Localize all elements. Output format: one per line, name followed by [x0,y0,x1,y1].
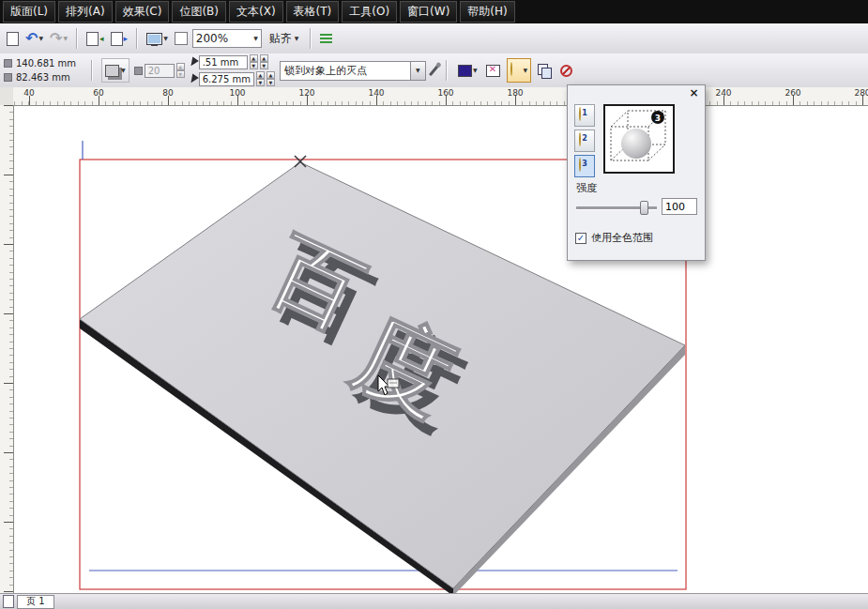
extrusion-type-caret[interactable]: ▼ [121,68,126,73]
x-position-icon [4,59,12,68]
menu-text[interactable]: 文本(X) [229,1,283,23]
view-mode-caret[interactable]: ▼ [163,36,168,41]
drawing-svg: 百 百 度 度 [13,105,868,594]
menu-tools[interactable]: 工具(O) [342,1,397,23]
vanishing-point-mode-dropbutton[interactable]: ▼ [410,62,425,80]
full-color-range-checkbox[interactable]: ✓ [575,233,586,244]
view-mode-button[interactable]: ▼ [145,27,170,50]
menu-help[interactable]: 帮助(H) [460,1,514,23]
light-preview-svg: 3 [605,106,673,172]
import-button[interactable]: ◂ [84,27,106,50]
dynamic-guides-button[interactable] [318,27,334,50]
light-1-button[interactable]: 1 [574,104,595,127]
copy-vp-button[interactable] [431,59,437,82]
toolbar-separator [136,28,138,49]
menu-layout[interactable]: 版面(L) [3,1,55,23]
vertical-ruler[interactable] [0,105,14,594]
lightbulb-icon [510,63,522,78]
snap-caret[interactable]: ▼ [295,36,299,41]
vp-x-spin-up[interactable]: ▲ [250,54,258,62]
ruler-label: 100 [229,88,245,98]
menu-arrange[interactable]: 排列(A) [58,1,113,23]
options-button[interactable] [173,27,190,50]
bevel-button[interactable] [484,59,502,82]
import-icon [86,32,99,46]
ruler-label: 140 [368,88,384,98]
vp-y-row: 6.275 mm ▲ ▼ ▲ ▼ [190,71,275,86]
redo-button[interactable]: ↷ ▼ [48,27,69,50]
panel-close-button[interactable]: × [688,87,700,99]
intensity-input[interactable] [662,198,697,215]
undo-icon: ↶ [25,31,38,46]
extrude-fill-button[interactable]: ▼ [456,59,480,82]
horizontal-ruler[interactable]: 406080100120140160180200220240260280 [13,87,868,106]
depth-icon [134,67,143,75]
vp-x-spin-down2[interactable]: ▼ [260,62,268,69]
ruler-label: 40 [23,88,34,98]
vp-y-icon [188,73,199,84]
ruler-label: 80 [162,88,173,98]
ruler-label: 280 [854,88,868,98]
export-button[interactable]: ▸ [109,27,130,50]
fill-color-caret[interactable]: ▼ [473,68,478,73]
light-3-button[interactable]: 3 [574,155,595,177]
depth-field[interactable]: 20 [145,64,175,78]
vp-y-spin-up[interactable]: ▲ [256,71,265,79]
vp-y-field[interactable]: 6.275 mm [199,72,254,86]
page-tab[interactable]: 页 1 [17,595,54,609]
ruler-label: 60 [93,88,103,98]
extrude-lighting-button[interactable]: ▼ [507,58,532,83]
snap-dropdown[interactable]: 贴齐 ▼ [265,29,304,49]
undo-dropdown-caret[interactable]: ▼ [38,36,43,41]
menu-window[interactable]: 窗口(W) [400,1,457,23]
object-x-value[interactable]: 140.681 mm [16,58,76,69]
snap-label: 贴齐 [269,31,292,47]
vanishing-point-coords: .51 mm ▲ ▼ ▲ ▼ 6.275 mm ▲ ▼ ▲ [190,54,275,86]
lighting-caret[interactable]: ▼ [524,68,528,73]
light-position-preview[interactable]: 3 [603,104,675,174]
depth-spin-down: ▼ [176,70,185,78]
menu-table[interactable]: 表格(T) [286,1,340,23]
full-color-range-label: 使用全色范围 [591,231,653,245]
ruler-origin-corner[interactable] [0,87,14,106]
vp-x-spin-down[interactable]: ▼ [250,62,258,69]
toolbar-separator [310,28,312,49]
vp-y-spin-down[interactable]: ▼ [256,79,265,86]
vp-x-field[interactable]: .51 mm [199,55,248,69]
monitor-icon [146,33,162,45]
new-document-button[interactable] [5,27,21,50]
y-position-icon [4,73,12,82]
depth-spin-up: ▲ [176,63,185,70]
vp-y-spin-down2[interactable]: ▼ [266,79,275,86]
full-color-range-row: ✓ 使用全色范围 [575,231,653,245]
light-2-button[interactable]: 2 [574,129,595,152]
preview-sphere [621,129,651,159]
object-y-value[interactable]: 82.463 mm [16,72,70,83]
vp-y-spin-up2[interactable]: ▲ [266,71,275,79]
ruler-label: 160 [437,88,453,98]
page-navigation-icon[interactable] [3,595,14,608]
svg-text:3: 3 [655,114,661,123]
zoom-caret[interactable]: ▼ [253,36,258,41]
menu-bitmaps[interactable]: 位图(B) [172,1,226,23]
object-x-row: 140.681 mm [4,57,83,70]
menu-effects[interactable]: 效果(C) [115,1,170,23]
light-1-bulb-icon: 1 [579,108,590,123]
drawing-canvas[interactable]: 百 百 度 度 [13,105,868,594]
copy-extrude-button[interactable] [536,59,554,82]
light-3-marker[interactable]: 3 [651,111,664,124]
zoom-combobox[interactable]: 200% ▼ [192,29,262,48]
clear-extrude-button[interactable] [558,59,574,82]
object-y-row: 82.463 mm [4,71,83,84]
extrusion-type-button[interactable]: ▼ [101,58,129,83]
intensity-slider-track[interactable] [576,206,657,210]
light-3-bulb-icon: 3 [579,159,590,174]
vp-x-spin-up2[interactable]: ▲ [260,54,268,62]
toolbar-separator [76,28,78,49]
guides-icon [320,34,332,43]
import-arrow-icon: ◂ [99,35,104,43]
redo-dropdown-caret: ▼ [63,36,68,41]
intensity-slider-handle[interactable] [640,201,648,215]
undo-button[interactable]: ↶ ▼ [23,27,45,50]
vanishing-point-mode-dropdown[interactable]: 锁到对象上的灭点 ▼ [280,61,426,81]
